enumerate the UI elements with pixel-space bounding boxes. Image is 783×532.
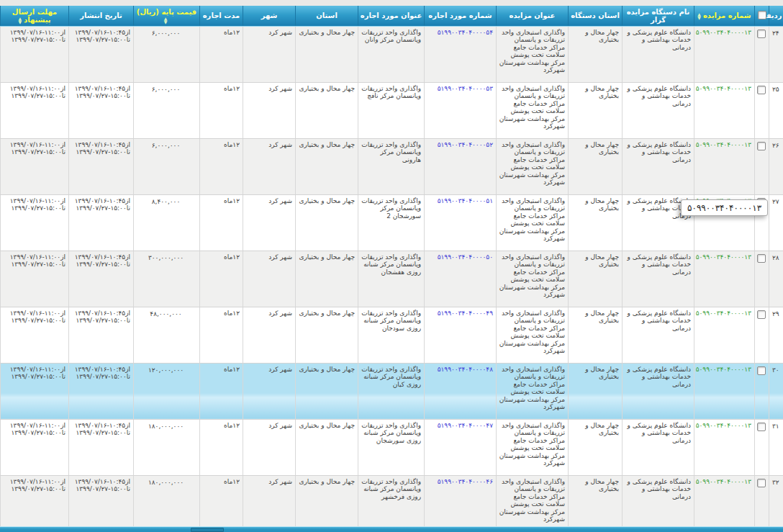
row-number: ۲۸ [771,253,781,262]
auction-number-link[interactable]: ۵۰۹۹۰۰۳۴۰۴۰۰۰۰۱۳ [696,141,751,148]
org-province: چهار محال و بختیاری [570,29,619,44]
cell-duration: ۱۲ماه [200,307,243,363]
deadline-from: از۱۱:۰۰-۱۳۹۹/۰۷/۱۶ [2,29,65,37]
header-publish-date[interactable]: تاریخ انتشار [69,6,134,26]
case-title: واگذاری واحد تزریقات وپانسمان مرکز سورشج… [360,197,421,220]
case-number-link[interactable]: ۵۱۹۹۰۰۳۴۰۴۰۰۰۰۵۳ [438,85,493,92]
cell-city: شهر کرد [243,475,296,531]
case-number-link[interactable]: ۵۱۹۹۰۰۳۴۰۴۰۰۰۰۵۴ [438,29,493,36]
row-checkbox[interactable] [757,366,766,375]
select-all-checkbox[interactable] [758,11,766,19]
table-row[interactable]: ۳۱ ۵۰۹۹۰۰۳۴۰۴۰۰۰۰۱۳ دانشگاه علوم پزشکی و… [1,419,783,475]
row-checkbox[interactable] [757,423,766,431]
header-deadline[interactable]: مهلت ارسال پیشنهاد▲▼ [1,6,69,26]
auction-number-link[interactable]: ۵۰۹۹۰۰۳۴۰۴۰۰۰۰۱۳ [696,478,751,485]
auction-number-link[interactable]: ۵۰۹۹۰۰۳۴۰۴۰۰۰۰۱۳ [696,29,751,36]
cell-price: ۱۸۰,۰۰۰,۰۰۰ [134,419,200,475]
row-checkbox[interactable] [757,86,766,94]
header-province[interactable]: استان [296,6,358,26]
table-row[interactable]: ۲۷ ۵۰۹۹۰۰۳۴۰۴۰۰۰۰۱۳ دانشگاه علوم پزشکی و… [1,194,783,251]
org-name: دانشگاه علوم پزشکی و خدمات بهداشتی و درم… [624,141,691,164]
row-checkbox[interactable] [757,142,766,150]
auction-number-link[interactable]: ۵۰۹۹۰۰۳۴۰۴۰۰۰۰۱۳ [696,253,751,261]
cell-auction-no: ۵۰۹۹۰۰۳۴۰۴۰۰۰۰۱۳ [694,82,755,138]
publish-to: تا۱۵:۰۰-۱۳۹۹/۰۷/۲۷ [71,317,130,325]
row-checkbox[interactable] [757,310,766,319]
sort-icon: ▲▼ [18,17,22,24]
horizontal-scrollbar[interactable] [0,526,783,532]
header-radif[interactable]: ردیف [769,6,783,26]
cell-deadline: از۱۱:۰۰-۱۳۹۹/۰۷/۱۶ تا۱۵:۰۰-۱۳۹۹/۰۷/۲۷ [1,475,69,531]
duration: ۱۲ماه [202,141,240,149]
city: شهر کرد [245,310,292,317]
cell-auction-title: واگذاری استیجاری واحد تزریقات و پانسمان … [497,194,569,251]
cell-case-title: واگذاری واحد تزریقات وپانسمان مرکز شبانه… [358,307,425,363]
org-province: چهار محال و بختیاری [570,85,619,100]
base-price: ۸,۴۰۰,۰۰۰ [135,197,196,206]
auction-number-link[interactable]: ۵۰۹۹۰۰۳۴۰۴۰۰۰۰۱۳ [696,310,751,317]
header-base-price[interactable]: قیمت پایه (ریال)▲▼ [134,6,200,26]
case-number-link[interactable]: ۵۱۹۹۰۰۳۴۰۴۰۰۰۰۴۸ [438,366,493,373]
publish-to: تا۱۵:۰۰-۱۳۹۹/۰۷/۲۷ [71,148,130,156]
table-row[interactable]: ۲۶ ۵۰۹۹۰۰۳۴۰۴۰۰۰۰۱۳ دانشگاه علوم پزشکی و… [1,138,783,194]
cell-auction-title: واگذاری استیجاری واحد تزریقات و پانسمان … [497,307,569,363]
cell-radif: ۲۴ [769,26,783,82]
cell-radif: ۳۲ [769,475,783,531]
header-case-title[interactable]: عنوان مورد اجاره [358,6,425,26]
deadline-to: تا۱۵:۰۰-۱۳۹۹/۰۷/۲۷ [2,429,65,437]
header-org-province[interactable]: استان دستگاه [569,6,623,26]
deadline-to: تا۱۵:۰۰-۱۳۹۹/۰۷/۲۷ [2,204,65,212]
row-checkbox[interactable] [757,30,766,38]
case-number-link[interactable]: ۵۱۹۹۰۰۳۴۰۴۰۰۰۰۵۰ [438,253,493,261]
table-row[interactable]: ۲۹ ۵۰۹۹۰۰۳۴۰۴۰۰۰۰۱۳ دانشگاه علوم پزشکی و… [1,307,783,363]
row-checkbox[interactable] [757,479,766,487]
cell-case-title: واگذاری واحد تزریقات وپانسمان مرکز شبانه… [358,475,425,531]
auction-results-table: ردیف شماره مزایده▲▼ نام دستگاه مزایده گز… [0,6,783,532]
cell-org-name: دانشگاه علوم پزشکی و خدمات بهداشتی و درم… [623,138,694,194]
cell-org-name: دانشگاه علوم پزشکی و خدمات بهداشتی و درم… [623,363,694,419]
row-checkbox[interactable] [757,254,766,263]
auction-number-link[interactable]: ۵۰۹۹۰۰۳۴۰۴۰۰۰۰۱۳ [696,422,751,429]
deadline-from: از۱۱:۰۰-۱۳۹۹/۰۷/۱۶ [2,310,65,317]
publish-from: از۱۰:۴۵-۱۳۹۹/۰۷/۱۶ [71,253,130,261]
table-row[interactable]: ۲۸ ۵۰۹۹۰۰۳۴۰۴۰۰۰۰۱۳ دانشگاه علوم پزشکی و… [1,251,783,307]
table-row[interactable]: ۲۵ ۵۰۹۹۰۰۳۴۰۴۰۰۰۰۱۳ دانشگاه علوم پزشکی و… [1,82,783,138]
org-name: دانشگاه علوم پزشکی و خدمات بهداشتی و درم… [624,310,691,333]
publish-to: تا۱۵:۰۰-۱۳۹۹/۰۷/۲۷ [71,429,130,437]
publish-to: تا۱۵:۰۰-۱۳۹۹/۰۷/۲۷ [71,373,130,381]
cell-org-province: چهار محال و بختیاری [569,363,623,419]
table-row[interactable]: ۳۲ ۵۰۹۹۰۰۳۴۰۴۰۰۰۰۱۳ دانشگاه علوم پزشکی و… [1,475,783,531]
case-number-link[interactable]: ۵۱۹۹۰۰۳۴۰۴۰۰۰۰۴۹ [438,310,493,317]
cell-select [755,251,769,307]
header-auction-title[interactable]: عنوان مزایده [497,6,569,26]
cell-select [755,307,769,363]
cell-radif: ۲۷ [769,194,783,251]
case-number-link[interactable]: ۵۱۹۹۰۰۳۴۰۴۰۰۰۰۵۱ [438,197,493,204]
scrollbar-thumb[interactable] [191,528,224,532]
cell-case-no: ۵۱۹۹۰۰۳۴۰۴۰۰۰۰۴۸ [425,363,497,419]
header-auction-no[interactable]: شماره مزایده▲▼ [694,6,755,26]
cell-case-no: ۵۱۹۹۰۰۳۴۰۴۰۰۰۰۵۰ [425,251,497,307]
cell-duration: ۱۲ماه [200,26,243,82]
org-name: دانشگاه علوم پزشکی و خدمات بهداشتی و درم… [624,29,691,52]
table-row[interactable]: ۲۴ ۵۰۹۹۰۰۳۴۰۴۰۰۰۰۱۳ دانشگاه علوم پزشکی و… [1,26,783,82]
province: چهار محال و بختیاری [297,310,355,317]
case-number-link[interactable]: ۵۱۹۹۰۰۳۴۰۴۰۰۰۰۴۶ [438,478,493,485]
city: شهر کرد [245,366,292,374]
auction-number-link[interactable]: ۵۰۹۹۰۰۳۴۰۴۰۰۰۰۱۳ [696,85,751,92]
deadline-from: از۱۱:۰۰-۱۳۹۹/۰۷/۱۶ [2,366,65,374]
city: شهر کرد [245,422,292,430]
header-case-no[interactable]: شماره مورد اجاره [425,6,497,26]
cell-deadline: از۱۱:۰۰-۱۳۹۹/۰۷/۱۶ تا۱۵:۰۰-۱۳۹۹/۰۷/۲۷ [1,419,69,475]
auction-number-link[interactable]: ۵۰۹۹۰۰۳۴۰۴۰۰۰۰۱۳ [696,366,751,373]
header-org-name[interactable]: نام دستگاه مزایده گزار [623,6,694,26]
case-number-link[interactable]: ۵۱۹۹۰۰۳۴۰۴۰۰۰۰۵۲ [438,141,493,148]
table-row[interactable]: ۳۰ ۵۰۹۹۰۰۳۴۰۴۰۰۰۰۱۳ دانشگاه علوم پزشکی و… [1,363,783,419]
header-duration[interactable]: مدت اجاره [200,6,243,26]
header-case-no-label: شماره مورد اجاره [428,12,492,19]
cell-org-province: چهار محال و بختیاری [569,307,623,363]
cell-duration: ۱۲ماه [200,419,243,475]
header-city[interactable]: شهر [243,6,296,26]
case-number-link[interactable]: ۵۱۹۹۰۰۳۴۰۴۰۰۰۰۴۷ [438,422,493,429]
base-price: ۴۸,۰۰۰,۰۰۰ [135,310,196,318]
